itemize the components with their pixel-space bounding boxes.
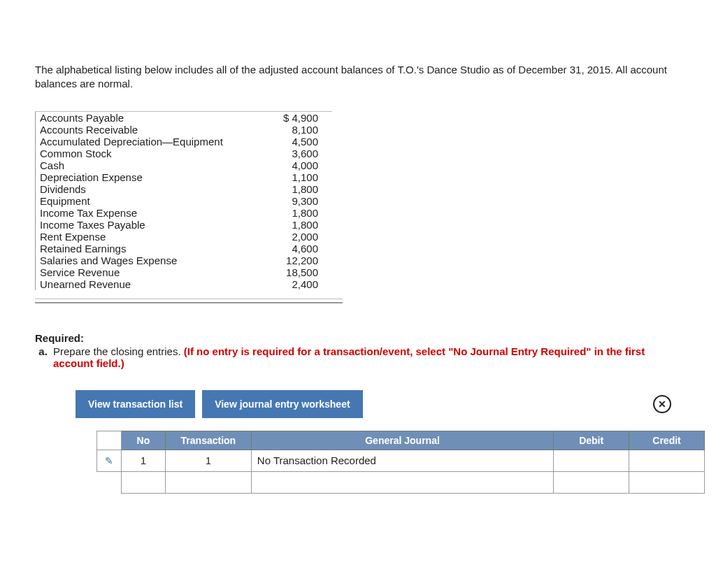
- balance-value: 12,200: [259, 254, 332, 266]
- balance-name: Common Stock: [36, 148, 260, 159]
- journal-cell-debit[interactable]: [554, 450, 629, 471]
- balance-name: Dividends: [36, 183, 260, 195]
- edit-row-icon[interactable]: ✎: [105, 455, 113, 466]
- balance-name: Cash: [36, 159, 260, 171]
- col-header-credit: Credit: [629, 431, 705, 450]
- balance-value: 4,500: [259, 136, 332, 148]
- journal-cell-general[interactable]: No Transaction Recorded: [251, 450, 553, 471]
- balance-value: 3,600: [259, 148, 332, 159]
- col-header-general: General Journal: [251, 431, 553, 450]
- balance-name: Income Taxes Payable: [36, 219, 260, 231]
- balance-value: 4,600: [259, 243, 332, 254]
- journal-table: No Transaction General Journal Debit Cre…: [96, 431, 705, 494]
- col-header-no: No: [121, 431, 165, 450]
- balance-value: $ 4,900: [259, 111, 332, 124]
- close-icon[interactable]: ✕: [653, 395, 671, 413]
- balance-name: Salaries and Wages Expense: [36, 254, 260, 266]
- journal-cell-transaction[interactable]: [165, 471, 251, 493]
- balance-value: 9,300: [259, 195, 332, 207]
- col-header-transaction: Transaction: [165, 431, 251, 450]
- balance-value: 2,400: [259, 278, 332, 290]
- balance-value: 4,000: [259, 159, 332, 171]
- balance-name: Accumulated Depreciation—Equipment: [36, 136, 260, 148]
- journal-cell-no[interactable]: 1: [121, 450, 165, 471]
- balance-value: 1,800: [259, 207, 332, 219]
- balance-name: Unearned Revenue: [36, 278, 260, 290]
- journal-cell-general[interactable]: [251, 471, 553, 493]
- balance-value: 1,800: [259, 219, 332, 231]
- balance-name: Income Tax Expense: [36, 207, 260, 219]
- balance-name: Equipment: [36, 195, 260, 207]
- view-transaction-list-button[interactable]: View transaction list: [76, 390, 195, 418]
- journal-cell-credit[interactable]: [629, 450, 705, 471]
- balance-value: 18,500: [259, 266, 332, 278]
- required-label: Required:: [35, 332, 681, 344]
- required-item-text: Prepare the closing entries.: [53, 345, 184, 357]
- journal-cell-debit[interactable]: [554, 471, 629, 493]
- balance-value: 1,100: [259, 171, 332, 183]
- balance-name: Accounts Payable: [36, 111, 260, 124]
- balance-value: 1,800: [259, 183, 332, 195]
- col-header-debit: Debit: [554, 431, 629, 450]
- balance-name: Rent Expense: [36, 231, 260, 243]
- required-item-a: Prepare the closing entries. (If no entr…: [50, 345, 681, 369]
- balance-name: Service Revenue: [36, 266, 260, 278]
- balance-name: Accounts Receivable: [36, 124, 260, 136]
- balance-name: Retained Earnings: [36, 243, 260, 254]
- view-journal-worksheet-button[interactable]: View journal entry worksheet: [202, 390, 362, 418]
- journal-cell-no[interactable]: [121, 471, 165, 493]
- journal-cell-credit[interactable]: [629, 471, 705, 493]
- balances-table: Accounts Payable$ 4,900Accounts Receivab…: [35, 111, 332, 290]
- intro-text: The alphabetical listing below includes …: [35, 63, 681, 92]
- balance-name: Depreciation Expense: [36, 171, 260, 183]
- balance-value: 2,000: [259, 231, 332, 243]
- balances-separator: [35, 299, 681, 303]
- balance-value: 8,100: [259, 124, 332, 136]
- journal-cell-transaction[interactable]: 1: [165, 450, 251, 471]
